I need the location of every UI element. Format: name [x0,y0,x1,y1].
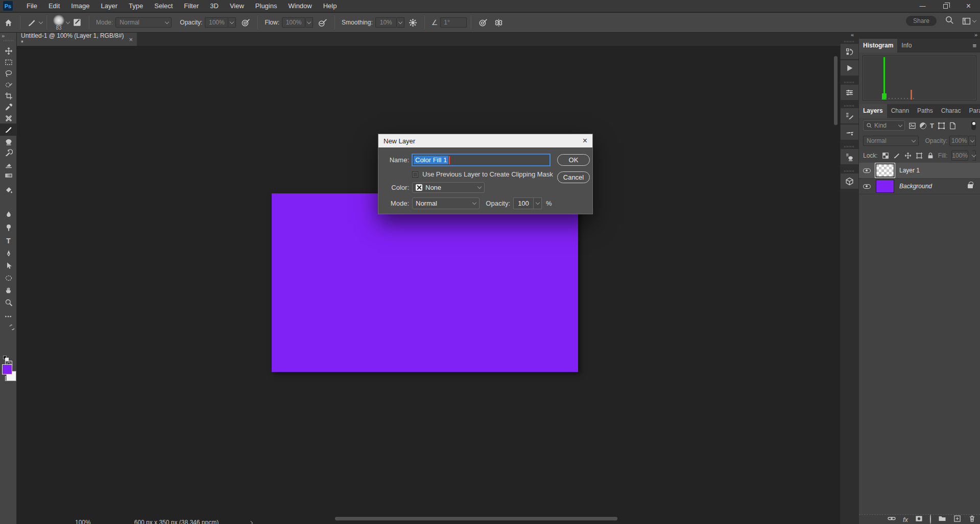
move-tool[interactable] [0,45,17,57]
path-selection-tool[interactable] [0,260,17,271]
layer-name-input[interactable]: Color Fill 1 [412,154,550,166]
brush-tool-preset-icon[interactable] [28,18,36,27]
menu-view[interactable]: View [224,2,250,10]
chevron-down-icon[interactable] [66,19,70,23]
menu-type[interactable]: Type [123,2,149,10]
dialog-opacity-input[interactable]: 100 [513,197,534,209]
tab-character[interactable]: Charac [937,104,965,118]
expand-tools-icon[interactable]: » [2,33,5,39]
filter-pixel-layers-icon[interactable] [909,122,916,130]
blend-mode-select[interactable]: Normal [115,17,172,28]
menu-edit[interactable]: Edit [43,2,65,10]
smoothing-dropdown[interactable] [397,17,404,28]
tab-info[interactable]: Info [897,39,916,53]
lasso-tool[interactable] [0,68,17,79]
opacity-dropdown[interactable] [228,17,236,28]
flow-field[interactable]: 100% [282,17,305,28]
tab-channels[interactable]: Chann [887,104,913,118]
clone-stamp-tool[interactable] [0,136,17,147]
visibility-eye-icon[interactable] [863,184,871,189]
toggle-brush-settings-icon[interactable] [73,18,82,27]
type-tool[interactable]: T [0,235,17,246]
new-adjustment-layer-icon[interactable] [930,515,931,524]
link-layers-icon[interactable] [888,514,896,524]
filter-shape-layers-icon[interactable] [938,122,945,130]
layer-opacity-dropdown[interactable] [969,136,976,146]
brush-angle-field[interactable]: 1° [440,17,467,28]
menu-filter[interactable]: Filter [178,2,204,10]
brush-tool-selected[interactable] [0,123,17,136]
tablet-pressure-size-icon[interactable] [479,18,488,27]
ellipse-shape-tool[interactable] [0,272,17,284]
document-canvas[interactable] [272,193,578,372]
vertical-scrollbar[interactable] [834,56,838,125]
layer-style-fx-icon[interactable]: fx [903,516,908,523]
cancel-button[interactable]: Cancel [557,171,590,183]
layer-blend-mode-select[interactable]: Normal [863,136,919,146]
home-icon[interactable] [4,18,13,27]
paint-symmetry-icon[interactable] [494,18,504,28]
gradient-tool[interactable] [0,170,17,181]
menu-select[interactable]: Select [149,2,178,10]
restore-button[interactable] [934,0,957,12]
flow-dropdown[interactable] [305,17,313,28]
layer-color-select[interactable]: None [412,182,485,193]
swap-colors-icon[interactable] [7,321,16,333]
lock-all-icon[interactable] [927,152,934,159]
object-selection-tool[interactable] [0,79,17,90]
zoom-tool[interactable] [0,297,17,308]
canvas-area[interactable]: 100% 600 px x 350 px (38.346 ppcm) [17,46,840,524]
history-brush-tool[interactable] [0,147,17,159]
dialog-close-icon[interactable]: × [583,136,587,145]
drag-handle[interactable] [844,170,855,172]
minimize-button[interactable]: — [911,0,934,12]
3d-panel-icon[interactable] [841,173,858,189]
close-tab-icon[interactable]: × [129,36,133,43]
layer1-thumbnail[interactable] [876,164,894,177]
filter-kind-select[interactable]: Kind [863,120,905,131]
hand-tool[interactable] [0,285,17,296]
menu-plugins[interactable]: Plugins [250,2,283,10]
foreground-color-swatch[interactable] [2,364,12,375]
properties-panel-icon[interactable] [841,85,858,100]
dialog-blend-mode-select[interactable]: Normal [412,197,480,209]
new-layer-icon[interactable] [953,515,961,524]
edit-toolbar-ellipsis[interactable]: ●●● [0,311,17,322]
eraser-tool[interactable] [0,159,17,170]
pen-tool[interactable] [0,248,17,259]
panel-menu-icon[interactable]: ≡ [968,39,980,53]
opacity-field[interactable]: 100% [205,17,228,28]
eyedropper-tool[interactable] [0,102,17,113]
paint-bucket-tool[interactable] [0,184,17,195]
collapse-panels-icon[interactable]: « [851,32,854,38]
crop-tool[interactable] [0,90,17,102]
drag-handle[interactable] [844,41,855,42]
tab-histogram[interactable]: Histogram [859,39,897,53]
layer-row-layer1[interactable]: Layer 1 [859,163,980,179]
drag-handle[interactable] [844,146,855,147]
filter-smart-objects-icon[interactable] [949,122,957,130]
brush-settings-panel-icon[interactable] [841,108,858,123]
status-chevron-icon[interactable] [249,521,253,524]
drag-handle[interactable] [4,40,13,41]
spot-healing-brush-tool[interactable] [0,113,17,124]
fill-dropdown[interactable] [972,151,976,161]
smoothing-options-gear-icon[interactable] [409,18,417,27]
tab-paths[interactable]: Paths [913,104,937,118]
dialog-title-bar[interactable]: New Layer × [378,134,592,147]
clone-source-panel-icon[interactable] [841,149,858,164]
menu-image[interactable]: Image [65,2,95,10]
drag-handle[interactable] [844,82,855,83]
brushes-panel-icon[interactable] [841,124,858,140]
smoothing-field[interactable]: 10% [375,17,397,28]
visibility-eye-icon[interactable] [863,168,871,173]
airbrush-icon[interactable] [318,18,327,27]
chevron-down-icon[interactable] [39,19,43,23]
zoom-level-value[interactable]: 100% [75,519,91,524]
menu-file[interactable]: File [21,2,43,10]
tablet-pressure-opacity-icon[interactable] [241,18,250,27]
close-window-button[interactable]: × [957,0,980,12]
share-button[interactable]: Share [906,16,937,26]
dodge-tool[interactable] [0,222,17,233]
fill-field[interactable]: 100% [951,151,968,161]
